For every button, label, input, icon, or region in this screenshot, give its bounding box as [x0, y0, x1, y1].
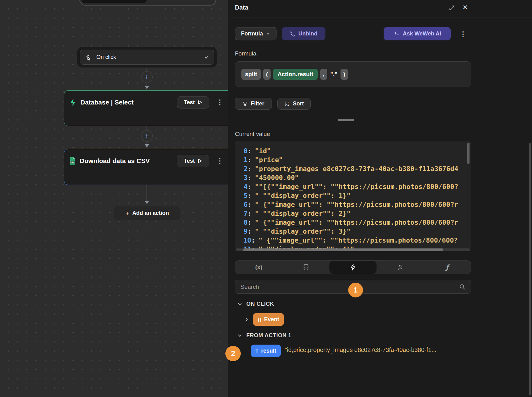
formula-editor[interactable]: split ( Action.result , "," )	[235, 61, 471, 87]
functions-icon: ƒ	[446, 264, 449, 271]
code-vertical-scrollbar[interactable]	[467, 143, 470, 164]
svg-text:A: A	[287, 104, 289, 107]
tutorial-step-2-badge: 2	[225, 346, 241, 361]
user-icon	[397, 264, 403, 271]
code-line: 0"id"	[243, 146, 471, 155]
event-variable-pill[interactable]: {} Event	[253, 313, 284, 326]
plus-icon: +	[125, 210, 129, 217]
node-menu-button[interactable]: ⋮	[216, 99, 223, 106]
variables-icon: (x)	[255, 264, 262, 271]
play-icon	[198, 100, 202, 105]
arrow-down-icon	[145, 144, 149, 147]
test-action-button[interactable]: Test	[177, 96, 209, 108]
tab-collections[interactable]	[282, 261, 329, 274]
filter-button[interactable]: Filter	[235, 98, 272, 110]
weweb-workflow-editor: Default On error On click	[0, 0, 532, 397]
panel-menu-button[interactable]: ⋮	[459, 30, 467, 39]
click-trigger-icon	[85, 54, 92, 61]
connector-line	[147, 83, 147, 86]
object-type-icon: {}	[258, 317, 261, 322]
test-button-label: Test	[184, 99, 195, 106]
code-line: 9" ""display_order"": 3}"	[243, 227, 471, 236]
event-pill-label: Event	[264, 316, 279, 323]
tutorial-step-1-badge: 1	[348, 283, 363, 297]
sparkles-icon	[393, 31, 400, 37]
section-from-action-1[interactable]: FROM ACTION 1	[237, 332, 292, 339]
formula-section-label: Formula	[235, 50, 256, 57]
sort-label: Sort	[293, 100, 304, 107]
section-title: FROM ACTION 1	[246, 332, 292, 339]
database-bolt-icon	[69, 98, 77, 106]
panel-resize-handle[interactable]	[338, 119, 354, 121]
section-title: ON CLICK	[246, 301, 274, 307]
add-step-button[interactable]: +	[141, 71, 153, 83]
formula-token-action-result[interactable]: Action.result	[273, 69, 317, 80]
action-node-database-select[interactable]: Database | Select Test ⋮	[64, 90, 236, 126]
tab-variables[interactable]: (x)	[235, 261, 282, 274]
node-title: Database | Select	[80, 99, 134, 106]
code-line: 2"property_images e8c027c8-73fa-40ac-b38…	[243, 164, 471, 173]
formula-token-string-arg[interactable]: ","	[330, 69, 338, 80]
test-button-label: Test	[184, 158, 195, 164]
current-value-label: Current value	[235, 131, 270, 137]
expand-icon	[449, 5, 455, 11]
section-on-click[interactable]: ON CLICK	[237, 301, 274, 307]
add-action-button[interactable]: + Add an action	[114, 206, 180, 220]
divider	[228, 18, 532, 18]
search-icon	[459, 284, 465, 290]
kebab-icon: ⋮	[460, 31, 466, 38]
sort-button[interactable]: Z A Sort	[277, 98, 311, 110]
svg-text:Z: Z	[288, 101, 289, 104]
close-panel-button[interactable]: ✕	[461, 3, 469, 11]
code-horizontal-scrollbar-thumb[interactable]	[243, 248, 443, 251]
test-action-button[interactable]: Test	[177, 155, 209, 167]
filter-label: Filter	[251, 100, 264, 107]
add-step-button[interactable]: +	[141, 130, 153, 142]
tab-default-label: Default	[104, 0, 124, 1]
node-header: Database | Select	[64, 91, 236, 114]
current-value-viewer[interactable]: 0"id" 1"price" 2"property_images e8c027c…	[235, 141, 471, 249]
formula-token-close-paren[interactable]: )	[341, 69, 348, 80]
unbind-label: Unbind	[298, 31, 317, 37]
tab-functions[interactable]: ƒ	[424, 261, 471, 274]
tab-on-error[interactable]: On error	[151, 0, 206, 3]
data-panel: Data ✕ Formula Unbind	[228, 0, 532, 397]
sort-icon: Z A	[284, 101, 290, 107]
expand-panel-button[interactable]	[448, 4, 455, 11]
binding-type-label: Formula	[241, 31, 263, 37]
code-line: 10" {""image_url"": ""https://picsum.pho…	[243, 236, 471, 245]
tab-default[interactable]: Default	[82, 0, 147, 3]
formula-token-open-paren[interactable]: (	[263, 69, 271, 80]
arrow-down-icon	[145, 86, 149, 89]
code-line: 8" {""image_url"": ""https://picsum.phot…	[243, 218, 471, 227]
ask-weweb-ai-button[interactable]: Ask WeWeb AI	[384, 27, 451, 40]
chevron-down-icon	[204, 55, 209, 60]
unbind-button[interactable]: Unbind	[282, 27, 325, 40]
database-icon	[303, 264, 309, 271]
text-type-icon: T	[256, 348, 258, 354]
ask-ai-label: Ask WeWeb AI	[403, 31, 441, 37]
trigger-select[interactable]: On click	[80, 50, 214, 65]
filter-icon	[242, 101, 248, 107]
chevron-right-icon[interactable]	[244, 317, 249, 322]
formula-token-comma[interactable]: ,	[320, 69, 327, 80]
tab-actions[interactable]	[329, 261, 377, 274]
code-line: 7" ""display_order"": 2}"	[243, 209, 471, 218]
trigger-label: On click	[96, 54, 116, 60]
data-source-tabs: (x) ƒ	[235, 260, 471, 274]
action-node-download-csv[interactable]: CSV Download data as CSV Test ⋮	[64, 149, 236, 185]
plus-icon: +	[145, 74, 149, 81]
trigger-card: On click	[77, 47, 217, 68]
panel-scrollbar[interactable]	[529, 143, 531, 395]
close-icon: ✕	[462, 4, 468, 11]
tab-user[interactable]	[377, 261, 424, 274]
tab-on-error-label: On error	[167, 0, 190, 1]
node-menu-button[interactable]: ⋮	[216, 158, 223, 164]
result-value-preview: "id,price,property_images e8c027c8-73fa-…	[285, 346, 469, 354]
formula-token-function[interactable]: split	[241, 69, 261, 80]
result-variable-pill[interactable]: T result	[251, 345, 281, 357]
unbind-icon	[290, 31, 296, 37]
play-icon	[198, 158, 202, 163]
chevron-down-icon	[237, 333, 243, 338]
binding-type-select[interactable]: Formula	[235, 27, 276, 40]
